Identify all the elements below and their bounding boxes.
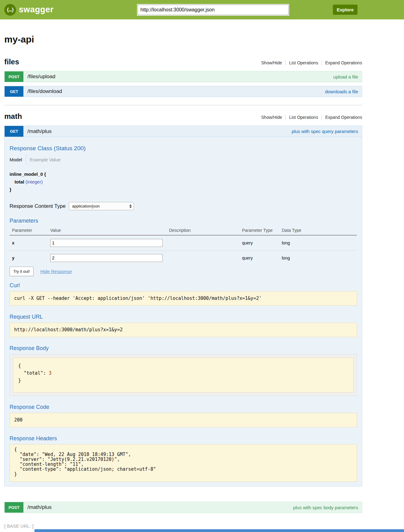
param-type: query: [240, 235, 279, 251]
math-expand-operations-link[interactable]: Expand Operations: [321, 115, 362, 120]
get-method-badge: GET: [5, 126, 23, 137]
parameters-table: Parameter Value Description Parameter Ty…: [10, 227, 357, 265]
math-show-hide-link[interactable]: Show/Hide: [258, 115, 285, 120]
col-data-type: Data Type: [279, 227, 357, 235]
endpoint-path[interactable]: /math/plus: [23, 126, 51, 137]
response-headers-heading: Response Headers: [10, 435, 357, 442]
request-url-heading: Request URL: [10, 314, 357, 320]
try-it-out-button[interactable]: Try it out!: [10, 267, 34, 276]
math-section-header: math Show/Hide List Operations Expand Op…: [4, 112, 362, 121]
response-body-json: { "total": 3 }: [13, 357, 354, 393]
endpoint-row-post-files-upload[interactable]: POST /files/upload upload a file: [4, 71, 362, 82]
tab-model[interactable]: Model: [10, 157, 22, 162]
endpoint-row-get-math-plus[interactable]: GET /math/plus plus with spec query para…: [5, 126, 362, 137]
json-total-line: "total": 3: [18, 369, 348, 377]
model-property: total (integer): [10, 178, 357, 186]
response-code-heading: Response Code: [10, 404, 357, 410]
files-list-operations-link[interactable]: List Operations: [285, 60, 321, 65]
model-tabs: Model Example Value: [10, 154, 357, 165]
response-headers-block: { "date": "Wed, 22 Aug 2018 18:49:13 GMT…: [10, 444, 357, 482]
post-method-badge: POST: [5, 71, 23, 82]
math-list-operations-link[interactable]: List Operations: [285, 115, 321, 120]
operation-get-math-plus: GET /math/plus plus with spec query para…: [4, 126, 362, 486]
spec-url-input[interactable]: [138, 5, 289, 15]
parameters-header-row: Parameter Value Description Parameter Ty…: [10, 227, 357, 235]
math-section-title: math: [4, 112, 22, 121]
section-divider: [4, 105, 362, 105]
endpoint-path[interactable]: /files/download: [23, 86, 62, 97]
endpoint-row-get-files-download[interactable]: GET /files/download downloads a file: [4, 86, 362, 97]
get-method-badge: GET: [5, 86, 23, 97]
response-body-wrapper: { "total": 3 }: [10, 354, 357, 396]
base-url-label: [ BASE URL: ]: [4, 524, 34, 529]
model-close: }: [10, 186, 357, 193]
request-url-block: http://localhost:3000/math/plus?x=1&y=2: [10, 323, 357, 337]
response-class-heading: Response Class (Status 200): [10, 145, 357, 152]
files-show-hide-link[interactable]: Show/Hide: [258, 60, 285, 65]
response-body-heading: Response Body: [10, 345, 357, 352]
bottom-blue-bar: [34, 529, 404, 532]
json-key: "total":: [24, 370, 46, 376]
parameters-heading: Parameters: [10, 218, 357, 224]
col-value: Value: [48, 227, 167, 235]
endpoint-summary-link[interactable]: upload a file: [333, 71, 362, 82]
json-open-brace: {: [18, 362, 348, 369]
files-section-title: files: [4, 58, 19, 66]
endpoint-path[interactable]: /files/upload: [23, 71, 55, 82]
response-code-block: 200: [10, 413, 357, 427]
param-description: [167, 251, 240, 266]
swagger-logo-text: swagger: [19, 5, 54, 14]
param-x-input[interactable]: [50, 239, 163, 247]
hide-response-link[interactable]: Hide Response: [40, 269, 72, 274]
param-data-type: long: [279, 235, 357, 251]
response-content-type-row: Response Content Type application/json: [10, 202, 357, 210]
json-value: 3: [49, 370, 51, 376]
model-property-name: total: [14, 179, 24, 184]
page-footer: [ BASE URL: ]: [4, 523, 362, 529]
param-y-input[interactable]: [50, 254, 163, 262]
response-content-type-value: application/json: [72, 204, 100, 208]
endpoint-path[interactable]: /math/plus: [23, 502, 51, 513]
operation-expanded-content: Response Class (Status 200) Model Exampl…: [5, 137, 362, 486]
tab-separator: [26, 154, 26, 165]
param-type: query: [240, 251, 279, 266]
endpoint-summary-link[interactable]: plus with spec body parameters: [293, 502, 362, 513]
param-row-x: x query long: [10, 235, 357, 251]
top-header-bar: {…} swagger Explore: [0, 0, 404, 19]
response-content-type-label: Response Content Type: [10, 203, 66, 209]
model-signature: inline_model_0 { total (integer) }: [10, 170, 357, 193]
param-row-y: y query long: [10, 251, 357, 266]
endpoint-row-post-math-plus[interactable]: POST /math/plus plus with spec body para…: [4, 502, 362, 513]
page-title: my-api: [4, 34, 362, 45]
col-parameter: Parameter: [10, 227, 48, 235]
model-property-type: (integer): [26, 179, 43, 184]
model-open: inline_model_0 {: [10, 170, 357, 178]
response-content-type-select[interactable]: application/json: [69, 202, 134, 210]
curl-heading: Curl: [10, 282, 357, 289]
files-section-header: files Show/Hide List Operations Expand O…: [4, 58, 362, 66]
endpoint-summary-link[interactable]: downloads a file: [325, 86, 362, 97]
param-name: x: [10, 235, 48, 251]
tab-example-value[interactable]: Example Value: [30, 157, 61, 162]
json-close-brace: }: [18, 377, 348, 384]
col-parameter-type: Parameter Type: [240, 227, 279, 235]
curl-command-block: curl -X GET --header 'Accept: applicatio…: [10, 291, 357, 306]
col-description: Description: [167, 227, 240, 235]
select-stepper-icon: [129, 204, 132, 208]
param-data-type: long: [279, 251, 357, 266]
swagger-braces-icon: {…}: [4, 4, 16, 16]
explore-button[interactable]: Explore: [333, 5, 358, 15]
param-description: [167, 235, 240, 251]
param-name: y: [10, 251, 48, 266]
endpoint-summary-link[interactable]: plus with spec query parameters: [292, 126, 362, 137]
post-method-badge: POST: [5, 502, 23, 513]
swagger-logo[interactable]: {…} swagger: [4, 4, 54, 16]
files-expand-operations-link[interactable]: Expand Operations: [321, 60, 362, 65]
